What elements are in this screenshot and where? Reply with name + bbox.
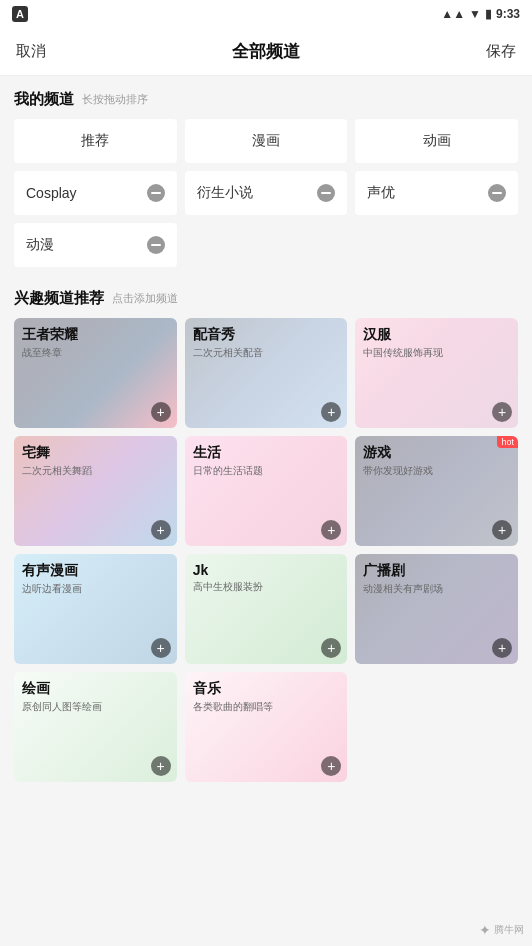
card-title: 绘画 [22, 680, 169, 698]
card-title: 配音秀 [193, 326, 340, 344]
cancel-button[interactable]: 取消 [16, 42, 46, 61]
remove-channel-button[interactable] [317, 184, 335, 202]
interest-card-wangzhe[interactable]: 王者荣耀 战至终章 [14, 318, 177, 428]
card-title: 游戏 [363, 444, 510, 462]
channel-label: Cosplay [26, 185, 77, 201]
card-desc: 战至终章 [22, 346, 169, 359]
card-content: 游戏 带你发现好游戏 [355, 436, 518, 477]
card-content: Jk 高中生校服装扮 [185, 554, 348, 593]
time-display: 9:33 [496, 7, 520, 21]
add-channel-button[interactable] [492, 402, 512, 422]
interest-card-jk[interactable]: Jk 高中生校服装扮 [185, 554, 348, 664]
card-title: 生活 [193, 444, 340, 462]
card-title: 汉服 [363, 326, 510, 344]
interest-channels-hint: 点击添加频道 [112, 291, 178, 306]
remove-channel-button[interactable] [147, 236, 165, 254]
status-icons: ▲▲ ▼ ▮ 9:33 [441, 7, 520, 21]
card-content: 王者荣耀 战至终章 [14, 318, 177, 359]
card-title: 有声漫画 [22, 562, 169, 580]
my-channels-grid: 推荐 漫画 动画 Cosplay 衍生小说 声优 动漫 [0, 119, 532, 275]
interest-card-zhaishe[interactable]: 宅舞 二次元相关舞蹈 [14, 436, 177, 546]
card-desc: 各类歌曲的翻唱等 [193, 700, 340, 713]
channel-label: 漫画 [252, 132, 280, 150]
my-channels-header: 我的频道 长按拖动排序 [0, 76, 532, 119]
add-channel-button[interactable] [151, 520, 171, 540]
channel-label: 动画 [423, 132, 451, 150]
card-desc: 高中生校服装扮 [193, 580, 340, 593]
battery-icon: ▮ [485, 7, 492, 21]
card-content: 宅舞 二次元相关舞蹈 [14, 436, 177, 477]
card-content: 生活 日常的生活话题 [185, 436, 348, 477]
card-content: 音乐 各类歌曲的翻唱等 [185, 672, 348, 713]
interest-card-guangboju[interactable]: 广播剧 动漫相关有声剧场 [355, 554, 518, 664]
interest-card-youxi[interactable]: hot 游戏 带你发现好游戏 [355, 436, 518, 546]
remove-channel-button[interactable] [488, 184, 506, 202]
channel-label: 声优 [367, 184, 395, 202]
status-bar: A ▲▲ ▼ ▮ 9:33 [0, 0, 532, 28]
card-desc: 带你发现好游戏 [363, 464, 510, 477]
channel-tag-tuijian: 推荐 [14, 119, 177, 163]
channel-tag-yansheng[interactable]: 衍生小说 [185, 171, 348, 215]
card-title: Jk [193, 562, 340, 578]
interest-card-peiyinxiu[interactable]: 配音秀 二次元相关配音 [185, 318, 348, 428]
channel-tag-cosplay[interactable]: Cosplay [14, 171, 177, 215]
card-title: 王者荣耀 [22, 326, 169, 344]
card-desc: 动漫相关有声剧场 [363, 582, 510, 595]
page-title: 全部频道 [232, 40, 300, 63]
add-channel-button[interactable] [492, 520, 512, 540]
card-content: 有声漫画 边听边看漫画 [14, 554, 177, 595]
card-desc: 二次元相关舞蹈 [22, 464, 169, 477]
top-navigation: 取消 全部频道 保存 [0, 28, 532, 76]
interest-card-yinyue[interactable]: 音乐 各类歌曲的翻唱等 [185, 672, 348, 782]
card-desc: 二次元相关配音 [193, 346, 340, 359]
card-content: 广播剧 动漫相关有声剧场 [355, 554, 518, 595]
channel-label: 动漫 [26, 236, 54, 254]
channel-tag-donghua: 动画 [355, 119, 518, 163]
watermark-text: 腾牛网 [494, 923, 524, 937]
interest-channels-header: 兴趣频道推荐 点击添加频道 [0, 275, 532, 318]
channel-tag-manhua: 漫画 [185, 119, 348, 163]
watermark-logo: ✦ [479, 922, 491, 938]
interest-channels-title: 兴趣频道推荐 [14, 289, 104, 308]
remove-channel-button[interactable] [147, 184, 165, 202]
channel-tag-shengyou[interactable]: 声优 [355, 171, 518, 215]
interest-card-shenghuo[interactable]: 生活 日常的生活话题 [185, 436, 348, 546]
channel-label: 推荐 [81, 132, 109, 150]
app-logo: A [12, 6, 28, 22]
add-channel-button[interactable] [492, 638, 512, 658]
card-content: 配音秀 二次元相关配音 [185, 318, 348, 359]
interest-channels-grid: 王者荣耀 战至终章 配音秀 二次元相关配音 汉服 中国传统服饰再现 宅舞 二次元… [0, 318, 532, 796]
hot-badge: hot [497, 436, 518, 448]
my-channels-title: 我的频道 [14, 90, 74, 109]
add-channel-button[interactable] [151, 756, 171, 776]
status-app-icon: A [12, 6, 28, 22]
save-button[interactable]: 保存 [486, 42, 516, 61]
add-channel-button[interactable] [151, 402, 171, 422]
channel-tag-dongman[interactable]: 动漫 [14, 223, 177, 267]
interest-card-huihua[interactable]: 绘画 原创同人图等绘画 [14, 672, 177, 782]
add-channel-button[interactable] [151, 638, 171, 658]
card-desc: 中国传统服饰再现 [363, 346, 510, 359]
my-channels-hint: 长按拖动排序 [82, 92, 148, 107]
card-title: 音乐 [193, 680, 340, 698]
card-title: 广播剧 [363, 562, 510, 580]
card-desc: 原创同人图等绘画 [22, 700, 169, 713]
wifi-icon: ▼ [469, 7, 481, 21]
card-content: 绘画 原创同人图等绘画 [14, 672, 177, 713]
watermark: ✦ 腾牛网 [479, 922, 524, 938]
signal-icon: ▲▲ [441, 7, 465, 21]
card-content: 汉服 中国传统服饰再现 [355, 318, 518, 359]
interest-card-youshengmanhua[interactable]: 有声漫画 边听边看漫画 [14, 554, 177, 664]
card-desc: 边听边看漫画 [22, 582, 169, 595]
card-title: 宅舞 [22, 444, 169, 462]
interest-card-hanfu[interactable]: 汉服 中国传统服饰再现 [355, 318, 518, 428]
channel-label: 衍生小说 [197, 184, 253, 202]
card-desc: 日常的生活话题 [193, 464, 340, 477]
